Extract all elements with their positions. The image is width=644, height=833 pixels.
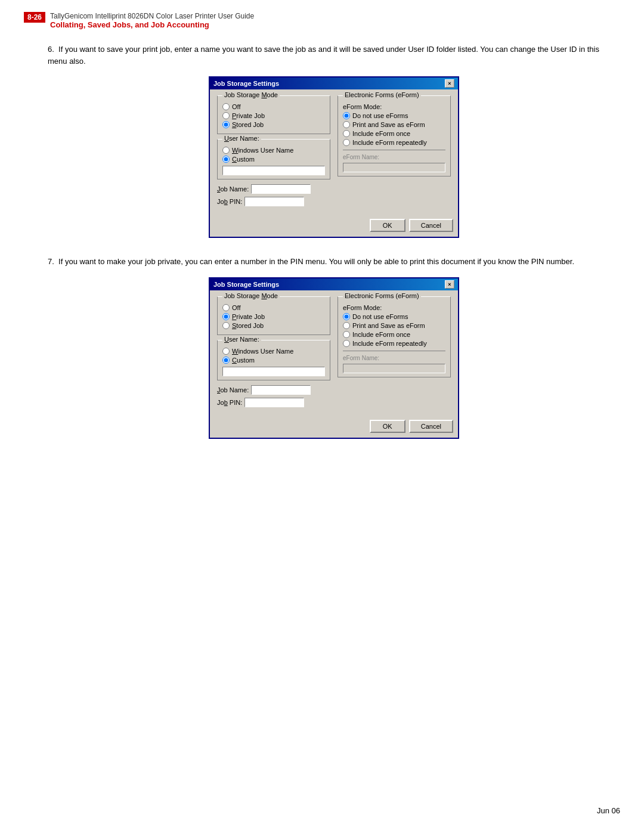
- dialog2-titlebar: Job Storage Settings ×: [210, 278, 458, 290]
- dialog2-right: Electronic Forms (eForm) eForm Mode: Do …: [338, 296, 451, 410]
- dialog2-job-storage-mode-group: Job Storage Mode Off Private Job: [217, 296, 330, 335]
- dialog2-radio-off[interactable]: [222, 304, 230, 311]
- dialog1-radio-off-label: Off: [232, 103, 240, 110]
- dialog2-radio-stored[interactable]: [222, 322, 230, 329]
- dialog2-radio-include-repeatedly[interactable]: [343, 340, 350, 347]
- dialog2-radio-private-row: Private Job: [222, 313, 325, 320]
- dialog1-radio-off[interactable]: [222, 103, 230, 110]
- dialog1-radio-include-repeatedly-row: Include eForm repeatedly: [343, 139, 445, 146]
- dialog2-radio-do-not-use-row: Do not use eForms: [343, 313, 445, 320]
- dialog1-radio-private[interactable]: [222, 112, 230, 119]
- dialog1-radio-stored[interactable]: [222, 121, 230, 128]
- dialog2-footer: OK Cancel: [210, 416, 458, 438]
- dialog1-cancel-button[interactable]: Cancel: [409, 219, 453, 232]
- dialog2-eform-content: eForm Mode: Do not use eForms Print and …: [343, 304, 445, 373]
- dialog2-radio-do-not-use[interactable]: [343, 313, 350, 320]
- dialog1-radio-windows-label: Windows User Name: [232, 147, 293, 154]
- dialog1-user-name-input[interactable]: Freeman: [222, 166, 325, 175]
- dialog1-left: Job Storage Mode Off Private Job: [217, 95, 330, 209]
- dialog1-job-storage-mode-legend: Job Storage Mode: [222, 91, 280, 98]
- dialog2: Job Storage Settings × Job Storage Mode: [209, 277, 459, 439]
- dialog1-radio-include-repeatedly-label: Include eForm repeatedly: [352, 139, 427, 146]
- dialog2-radio-windows-row: Windows User Name: [222, 348, 325, 355]
- step-7-text: 7. If you want to make your job private,…: [48, 256, 620, 268]
- dialog2-close-button[interactable]: ×: [445, 280, 454, 289]
- dialog1-radio-private-row: Private Job: [222, 112, 325, 119]
- dialog1-titlebar: Job Storage Settings ×: [210, 78, 458, 89]
- dialog2-eform-mode-label: eForm Mode:: [343, 304, 445, 311]
- dialog2-radio-print-save-row: Print and Save as eForm: [343, 322, 445, 329]
- dialog2-job-pin-input[interactable]: 1234: [244, 398, 304, 407]
- dialog1-job-storage-mode-group: Job Storage Mode Off Private Job: [217, 95, 330, 134]
- dialog1-close-button[interactable]: ×: [445, 79, 454, 88]
- dialog2-radio-custom[interactable]: [222, 357, 230, 364]
- dialog2-radio-include-once[interactable]: [343, 331, 350, 338]
- dialog1-radio-windows[interactable]: [222, 147, 230, 154]
- dialog2-radio-off-row: Off: [222, 304, 325, 311]
- dialog1-title: Job Storage Settings: [213, 80, 279, 87]
- dialog1-user-name-legend: User Name:: [222, 135, 261, 142]
- dialog1-radio-windows-row: Windows User Name: [222, 147, 325, 154]
- dialog1-user-name-content: Windows User Name Custom Freeman: [222, 147, 325, 175]
- step-6: 6. If you want to save your print job, e…: [48, 44, 620, 238]
- dialog2-job-pin-label: Job PIN:: [217, 399, 242, 406]
- page-header: 8-26 TallyGenicom Intelliprint 8026DN Co…: [24, 12, 620, 29]
- dialog1-radio-include-repeatedly[interactable]: [343, 139, 350, 146]
- dialog1-radio-print-save-label: Print and Save as eForm: [352, 121, 425, 128]
- dialog1-job-pin-input[interactable]: 0000: [244, 197, 304, 206]
- dialog1-radio-private-label: Private Job: [232, 112, 265, 119]
- dialog2-cancel-button[interactable]: Cancel: [409, 420, 453, 433]
- dialog2-eform-name-input[interactable]: Untitled: [343, 364, 445, 373]
- dialog2-radio-print-save[interactable]: [343, 322, 350, 329]
- dialog1-radio-print-save-row: Print and Save as eForm: [343, 121, 445, 128]
- dialog2-radio-stored-label: Stored Job: [232, 322, 264, 329]
- dialog1-job-pin-row: Job PIN: 0000: [217, 197, 330, 206]
- dialog2-radio-include-repeatedly-row: Include eForm repeatedly: [343, 340, 445, 347]
- dialog1-radio-stored-row: Stored Job: [222, 121, 325, 128]
- dialog2-ok-button[interactable]: OK: [370, 420, 405, 433]
- dialog1-radio-print-save[interactable]: [343, 121, 350, 128]
- dialog1-columns: Job Storage Mode Off Private Job: [217, 95, 451, 209]
- dialog2-job-storage-mode-legend: Job Storage Mode: [222, 292, 280, 299]
- dialog1-radio-do-not-use-label: Do not use eForms: [352, 112, 408, 119]
- dialog1-wrapper: Job Storage Settings × Job Storage Mode: [48, 76, 620, 238]
- dialog1-radio-do-not-use[interactable]: [343, 112, 350, 119]
- dialog2-eform-name-label: eForm Name:: [343, 355, 445, 361]
- dialog1-job-storage-mode-content: Off Private Job Stored Job: [222, 103, 325, 128]
- dialog1-user-name-group: User Name: Windows User Name Custom: [217, 139, 330, 179]
- dialog1-radio-custom[interactable]: [222, 156, 230, 163]
- dialog2-job-pin-row: Job PIN: 1234: [217, 398, 330, 407]
- dialog1-job-name-label: Job Name:: [217, 185, 249, 193]
- dialog2-eform-group: Electronic Forms (eForm) eForm Mode: Do …: [338, 296, 451, 377]
- page-number: 8-26: [24, 12, 45, 23]
- dialog2-radio-windows[interactable]: [222, 348, 230, 355]
- dialog1: Job Storage Settings × Job Storage Mode: [209, 76, 459, 238]
- dialog1-eform-group: Electronic Forms (eForm) eForm Mode: Do …: [338, 95, 451, 176]
- dialog2-radio-include-once-label: Include eForm once: [352, 331, 410, 338]
- dialog2-left: Job Storage Mode Off Private Job: [217, 296, 330, 410]
- dialog2-user-name-content: Windows User Name Custom Freeman: [222, 348, 325, 376]
- dialog1-radio-custom-row: Custom: [222, 156, 325, 163]
- dialog1-radio-include-once[interactable]: [343, 130, 350, 137]
- dialog2-radio-windows-label: Windows User Name: [232, 348, 293, 355]
- dialog2-job-name-row: Job Name: savejob1: [217, 385, 330, 395]
- dialog2-radio-private-label: Private Job: [232, 313, 265, 320]
- dialog2-job-name-input[interactable]: savejob1: [251, 385, 311, 395]
- dialog1-radio-custom-label: Custom: [232, 156, 255, 163]
- dialog2-radio-custom-label: Custom: [232, 357, 255, 364]
- dialog1-eform-legend: Electronic Forms (eForm): [343, 91, 421, 98]
- main-content: 6. If you want to save your print job, e…: [24, 44, 620, 439]
- footer-date: Jun 06: [597, 806, 620, 815]
- dialog1-eform-name-input[interactable]: Untitled: [343, 163, 445, 172]
- dialog2-radio-private[interactable]: [222, 313, 230, 320]
- dialog1-ok-button[interactable]: OK: [370, 219, 405, 232]
- dialog2-user-name-legend: User Name:: [222, 336, 261, 343]
- dialog1-job-name-input[interactable]: savejob1: [251, 184, 311, 194]
- dialog2-radio-include-once-row: Include eForm once: [343, 331, 445, 338]
- dialog1-footer: OK Cancel: [210, 215, 458, 237]
- dialog1-radio-include-once-label: Include eForm once: [352, 130, 410, 137]
- dialog1-radio-stored-label: Stored Job: [232, 121, 264, 128]
- dialog1-eform-name-label: eForm Name:: [343, 154, 445, 160]
- dialog2-user-name-input[interactable]: Freeman: [222, 367, 325, 376]
- dialog1-radio-do-not-use-row: Do not use eForms: [343, 112, 445, 119]
